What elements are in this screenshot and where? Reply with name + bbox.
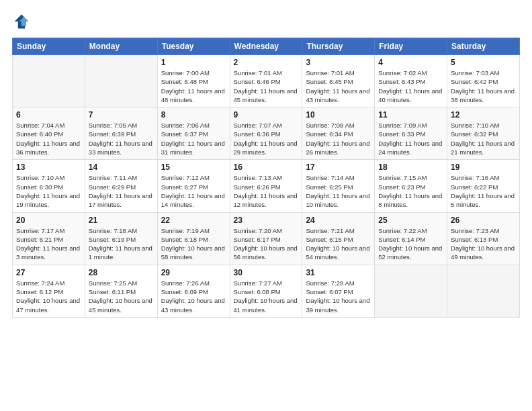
day-number: 14	[89, 163, 154, 172]
day-info: Sunrise: 7:24 AM Sunset: 6:12 PM Dayligh…	[16, 279, 81, 314]
calendar-cell: 17Sunrise: 7:14 AM Sunset: 6:25 PM Dayli…	[302, 160, 375, 212]
day-number: 30	[234, 268, 299, 277]
calendar-cell: 2Sunrise: 7:01 AM Sunset: 6:46 PM Daylig…	[230, 55, 302, 107]
day-number: 11	[378, 110, 443, 120]
day-info: Sunrise: 7:14 AM Sunset: 6:25 PM Dayligh…	[306, 173, 371, 209]
day-info: Sunrise: 7:07 AM Sunset: 6:36 PM Dayligh…	[234, 121, 299, 156]
day-info: Sunrise: 7:19 AM Sunset: 6:18 PM Dayligh…	[161, 226, 226, 262]
day-info: Sunrise: 7:15 AM Sunset: 6:23 PM Dayligh…	[378, 173, 443, 209]
day-info: Sunrise: 7:27 AM Sunset: 6:08 PM Dayligh…	[234, 279, 299, 314]
calendar-cell: 1Sunrise: 7:00 AM Sunset: 6:48 PM Daylig…	[157, 55, 230, 107]
calendar-cell: 21Sunrise: 7:18 AM Sunset: 6:19 PM Dayli…	[85, 212, 157, 265]
day-number: 31	[306, 268, 371, 277]
calendar-cell: 26Sunrise: 7:23 AM Sunset: 6:13 PM Dayli…	[447, 212, 520, 265]
calendar-cell	[85, 55, 157, 107]
day-number: 26	[451, 216, 516, 225]
day-info: Sunrise: 7:09 AM Sunset: 6:33 PM Dayligh…	[378, 121, 443, 156]
day-info: Sunrise: 7:05 AM Sunset: 6:39 PM Dayligh…	[89, 121, 154, 156]
calendar-cell: 4Sunrise: 7:02 AM Sunset: 6:43 PM Daylig…	[375, 55, 447, 107]
day-number: 15	[161, 163, 226, 172]
day-info: Sunrise: 7:28 AM Sunset: 6:07 PM Dayligh…	[306, 279, 371, 314]
day-number: 29	[161, 268, 226, 277]
logo-icon	[12, 12, 31, 31]
day-info: Sunrise: 7:11 AM Sunset: 6:29 PM Dayligh…	[89, 173, 154, 209]
day-info: Sunrise: 7:10 AM Sunset: 6:32 PM Dayligh…	[451, 121, 516, 156]
calendar-week-3: 13Sunrise: 7:10 AM Sunset: 6:30 PM Dayli…	[13, 160, 520, 212]
day-info: Sunrise: 7:13 AM Sunset: 6:26 PM Dayligh…	[234, 173, 299, 209]
calendar-week-5: 27Sunrise: 7:24 AM Sunset: 6:12 PM Dayli…	[13, 265, 520, 317]
calendar-week-2: 6Sunrise: 7:04 AM Sunset: 6:40 PM Daylig…	[13, 107, 520, 160]
day-info: Sunrise: 7:26 AM Sunset: 6:09 PM Dayligh…	[161, 279, 226, 314]
calendar-cell: 25Sunrise: 7:22 AM Sunset: 6:14 PM Dayli…	[375, 212, 447, 265]
calendar-cell: 29Sunrise: 7:26 AM Sunset: 6:09 PM Dayli…	[157, 265, 230, 317]
calendar-cell: 10Sunrise: 7:08 AM Sunset: 6:34 PM Dayli…	[302, 107, 375, 160]
day-info: Sunrise: 7:21 AM Sunset: 6:15 PM Dayligh…	[306, 226, 371, 262]
day-info: Sunrise: 7:10 AM Sunset: 6:30 PM Dayligh…	[16, 173, 81, 209]
day-header-sunday: Sunday	[13, 38, 85, 55]
day-info: Sunrise: 7:03 AM Sunset: 6:42 PM Dayligh…	[451, 68, 516, 104]
day-number: 4	[378, 58, 443, 67]
calendar-cell: 14Sunrise: 7:11 AM Sunset: 6:29 PM Dayli…	[85, 160, 157, 212]
calendar-cell: 6Sunrise: 7:04 AM Sunset: 6:40 PM Daylig…	[13, 107, 85, 160]
day-header-wednesday: Wednesday	[230, 38, 302, 55]
calendar-cell: 23Sunrise: 7:20 AM Sunset: 6:17 PM Dayli…	[230, 212, 302, 265]
day-header-monday: Monday	[85, 38, 157, 55]
calendar-cell: 20Sunrise: 7:17 AM Sunset: 6:21 PM Dayli…	[13, 212, 85, 265]
calendar-week-1: 1Sunrise: 7:00 AM Sunset: 6:48 PM Daylig…	[13, 55, 520, 107]
day-info: Sunrise: 7:25 AM Sunset: 6:11 PM Dayligh…	[89, 279, 154, 314]
calendar-cell	[447, 265, 520, 317]
day-info: Sunrise: 7:04 AM Sunset: 6:40 PM Dayligh…	[16, 121, 81, 156]
calendar-cell: 8Sunrise: 7:06 AM Sunset: 6:37 PM Daylig…	[157, 107, 230, 160]
day-info: Sunrise: 7:02 AM Sunset: 6:43 PM Dayligh…	[378, 68, 443, 104]
day-info: Sunrise: 7:18 AM Sunset: 6:19 PM Dayligh…	[89, 226, 154, 262]
day-header-thursday: Thursday	[302, 38, 375, 55]
day-number: 8	[161, 110, 226, 120]
day-number: 27	[16, 268, 81, 277]
day-number: 19	[451, 163, 516, 172]
calendar-cell: 12Sunrise: 7:10 AM Sunset: 6:32 PM Dayli…	[447, 107, 520, 160]
calendar-cell	[375, 265, 447, 317]
calendar-cell: 30Sunrise: 7:27 AM Sunset: 6:08 PM Dayli…	[230, 265, 302, 317]
calendar-cell: 3Sunrise: 7:01 AM Sunset: 6:45 PM Daylig…	[302, 55, 375, 107]
day-info: Sunrise: 7:01 AM Sunset: 6:45 PM Dayligh…	[306, 68, 371, 104]
day-info: Sunrise: 7:06 AM Sunset: 6:37 PM Dayligh…	[161, 121, 226, 156]
day-number: 28	[89, 268, 154, 277]
calendar-cell: 7Sunrise: 7:05 AM Sunset: 6:39 PM Daylig…	[85, 107, 157, 160]
day-number: 22	[161, 216, 226, 225]
calendar-cell: 22Sunrise: 7:19 AM Sunset: 6:18 PM Dayli…	[157, 212, 230, 265]
day-info: Sunrise: 7:00 AM Sunset: 6:48 PM Dayligh…	[161, 68, 226, 104]
calendar-cell: 19Sunrise: 7:16 AM Sunset: 6:22 PM Dayli…	[447, 160, 520, 212]
day-info: Sunrise: 7:22 AM Sunset: 6:14 PM Dayligh…	[378, 226, 443, 262]
calendar-cell: 11Sunrise: 7:09 AM Sunset: 6:33 PM Dayli…	[375, 107, 447, 160]
calendar-cell: 31Sunrise: 7:28 AM Sunset: 6:07 PM Dayli…	[302, 265, 375, 317]
day-number: 6	[16, 110, 81, 120]
day-info: Sunrise: 7:08 AM Sunset: 6:34 PM Dayligh…	[306, 121, 371, 156]
day-number: 25	[378, 216, 443, 225]
day-number: 23	[234, 216, 299, 225]
page: SundayMondayTuesdayWednesdayThursdayFrid…	[0, 0, 532, 326]
day-number: 17	[306, 163, 371, 172]
day-info: Sunrise: 7:20 AM Sunset: 6:17 PM Dayligh…	[234, 226, 299, 262]
calendar-cell: 18Sunrise: 7:15 AM Sunset: 6:23 PM Dayli…	[375, 160, 447, 212]
day-number: 2	[234, 58, 299, 67]
day-info: Sunrise: 7:01 AM Sunset: 6:46 PM Dayligh…	[234, 68, 299, 104]
day-header-saturday: Saturday	[447, 38, 520, 55]
day-number: 16	[234, 163, 299, 172]
day-number: 21	[89, 216, 154, 225]
day-number: 13	[16, 163, 81, 172]
day-number: 20	[16, 216, 81, 225]
calendar-cell: 28Sunrise: 7:25 AM Sunset: 6:11 PM Dayli…	[85, 265, 157, 317]
calendar-cell: 16Sunrise: 7:13 AM Sunset: 6:26 PM Dayli…	[230, 160, 302, 212]
day-info: Sunrise: 7:12 AM Sunset: 6:27 PM Dayligh…	[161, 173, 226, 209]
calendar-cell: 9Sunrise: 7:07 AM Sunset: 6:36 PM Daylig…	[230, 107, 302, 160]
calendar-cell: 27Sunrise: 7:24 AM Sunset: 6:12 PM Dayli…	[13, 265, 85, 317]
day-info: Sunrise: 7:17 AM Sunset: 6:21 PM Dayligh…	[16, 226, 81, 262]
day-info: Sunrise: 7:23 AM Sunset: 6:13 PM Dayligh…	[451, 226, 516, 262]
calendar-header-row: SundayMondayTuesdayWednesdayThursdayFrid…	[13, 38, 520, 55]
day-number: 12	[451, 110, 516, 120]
header	[12, 12, 520, 31]
day-number: 7	[89, 110, 154, 120]
day-header-friday: Friday	[375, 38, 447, 55]
calendar-table: SundayMondayTuesdayWednesdayThursdayFrid…	[12, 38, 520, 318]
day-number: 24	[306, 216, 371, 225]
